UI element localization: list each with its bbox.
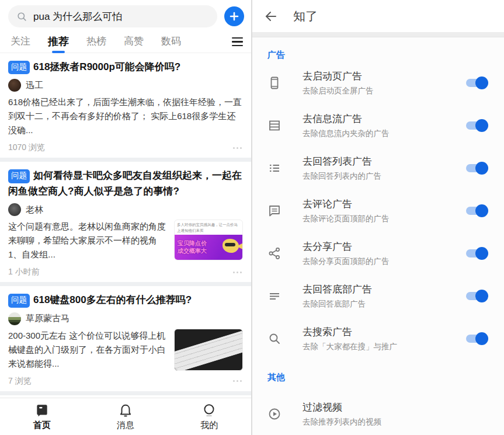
add-button[interactable] [224, 6, 244, 26]
feed-tabs: 关注 推荐 热榜 高赞 数码 [0, 31, 251, 53]
card-excerpt: 200-300元左右 这个价位可以说够得上机械键盘的入门级别了，在各方面对于小白… [8, 329, 168, 371]
feed-app-panel: pua 为什么那么可怕 关注 推荐 热榜 高赞 数码 问题618拯救者R9000… [0, 0, 251, 435]
nav-home[interactable]: 首页 [19, 403, 65, 431]
settings-panel: 知了 广告 去启动页广告 去除启动页全屏广告 去 [252, 0, 504, 435]
toggle-answer-list-ads[interactable] [466, 164, 486, 172]
fish-icon [223, 239, 239, 253]
menu-icon[interactable] [232, 37, 243, 51]
feed-card[interactable]: 问题618键盘800多左右的有什么推荐吗? 草原蒙古马 200-300元左右 这… [0, 286, 251, 391]
feed-card[interactable]: 问题618拯救者R9000p可能会降价吗? 迅工 618价格已经出来了，后面学生… [0, 53, 251, 158]
feed-card[interactable]: 问题如何看待显卡吧众多吧友自发组织起来，一起在闲鱼做空商人?商人似乎是急了的事情… [0, 162, 251, 282]
smartphone-icon [267, 76, 281, 90]
question-badge: 问题 [8, 61, 30, 75]
section-label-ads: 广告 [252, 37, 504, 62]
nav-messages[interactable]: 消息 [102, 403, 149, 431]
keyboard-image [174, 329, 243, 371]
tab-digital[interactable]: 数码 [161, 34, 181, 54]
feed-rows-icon [267, 119, 281, 133]
header-divider [252, 32, 504, 37]
avatar[interactable] [8, 203, 21, 216]
card-thumbnail: 多人对你的宝贝感兴趣，让一点价马上通知他们来买 宝贝降点价 成交概率大 [174, 220, 243, 260]
question-badge: 问题 [8, 169, 30, 183]
timestamp: 1 小时前 [8, 267, 40, 277]
home-icon [34, 403, 50, 418]
tab-hot[interactable]: 热榜 [86, 34, 106, 54]
share-icon [267, 246, 281, 260]
toggle-splash-ads[interactable] [466, 79, 486, 87]
thumb-caption: 多人对你的宝贝感兴趣，让一点价马上通知他们来买 [175, 220, 242, 235]
question-badge: 问题 [8, 294, 30, 308]
lines-icon [267, 289, 281, 303]
toggle-search-ads[interactable] [466, 335, 486, 343]
nav-profile[interactable]: 我的 [186, 403, 232, 431]
setting-row-feed-ads[interactable]: 去信息流广告 去除信息流内夹杂的广告 [252, 105, 504, 147]
list-icon [267, 161, 281, 175]
setting-row-answer-bottom-ads[interactable]: 去回答底部广告 去除回答底部广告 [252, 274, 504, 317]
tab-follow[interactable]: 关注 [11, 34, 30, 54]
page-title: 知了 [293, 8, 318, 25]
settings-header: 知了 [252, 0, 504, 32]
card-excerpt: 这个问题有意思。老林以闲鱼商家的角度来聊聊，希望给大家展示不一样的视角 1、自发… [8, 220, 168, 262]
search-icon [16, 11, 27, 22]
author-name[interactable]: 迅工 [26, 80, 43, 91]
toggle-comment-ads[interactable] [466, 207, 486, 215]
view-count: 7 浏览 [8, 376, 32, 387]
comment-icon [267, 204, 281, 218]
section-label-other: 其他 [252, 360, 504, 384]
card-thumbnail [174, 329, 243, 371]
plus-icon [230, 12, 239, 21]
card-excerpt: 618价格已经出来了，后面学生潮来临，依据往年经验，一直到双十二，不再会有多好的… [8, 95, 243, 137]
setting-row-answer-list-ads[interactable]: 去回答列表广告 去除回答列表内的广告 [252, 147, 504, 190]
profile-icon [201, 403, 217, 418]
fish-ad-banner: 宝贝降点价 成交概率大 [175, 235, 242, 260]
card-title: 问题618键盘800多左右的有什么推荐吗? [8, 293, 243, 308]
setting-row-splash-ads[interactable]: 去启动页广告 去除启动页全屏广告 [252, 62, 504, 105]
card-title: 问题618拯救者R9000p可能会降价吗? [8, 60, 243, 75]
avatar[interactable] [8, 312, 21, 325]
more-icon[interactable] [233, 147, 243, 149]
author-name[interactable]: 草原蒙古马 [26, 313, 69, 324]
back-arrow-icon[interactable] [264, 9, 278, 23]
feed-list: 问题618拯救者R9000p可能会降价吗? 迅工 618价格已经出来了，后面学生… [0, 53, 251, 398]
search-header: pua 为什么那么可怕 [0, 0, 251, 31]
more-icon[interactable] [233, 380, 243, 382]
more-icon[interactable] [233, 272, 243, 273]
setting-row-share-ads[interactable]: 去分享广告 去除分享页面顶部的广告 [252, 232, 504, 275]
bell-icon [118, 403, 133, 418]
play-circle-icon [267, 407, 281, 421]
bottom-nav: 首页 消息 我的 [0, 398, 251, 435]
search-icon [267, 332, 281, 346]
search-input[interactable]: pua 为什么那么可怕 [8, 5, 217, 27]
setting-row-comment-ads[interactable]: 去评论广告 去除评论页面顶部的广告 [252, 190, 504, 232]
toggle-share-ads[interactable] [466, 249, 486, 257]
avatar[interactable] [8, 79, 21, 92]
split-screen: pua 为什么那么可怕 关注 推荐 热榜 高赞 数码 问题618拯救者R9000… [0, 0, 504, 435]
view-count: 1070 浏览 [8, 142, 45, 153]
setting-row-filter-videos[interactable]: 过滤视频 去除推荐列表内的视频 [252, 392, 504, 435]
tab-recommend[interactable]: 推荐 [48, 34, 69, 54]
toggle-feed-ads[interactable] [466, 121, 486, 130]
card-title: 问题如何看待显卡吧众多吧友自发组织起来，一起在闲鱼做空商人?商人似乎是急了的事情… [8, 168, 243, 199]
search-query-text: pua 为什么那么可怕 [33, 10, 122, 23]
setting-row-search-ads[interactable]: 去搜索广告 去除「大家都在搜」与推广 [252, 317, 504, 360]
toggle-answer-bottom-ads[interactable] [466, 292, 486, 300]
author-name[interactable]: 老林 [26, 204, 43, 215]
tab-upvoted[interactable]: 高赞 [124, 34, 144, 54]
